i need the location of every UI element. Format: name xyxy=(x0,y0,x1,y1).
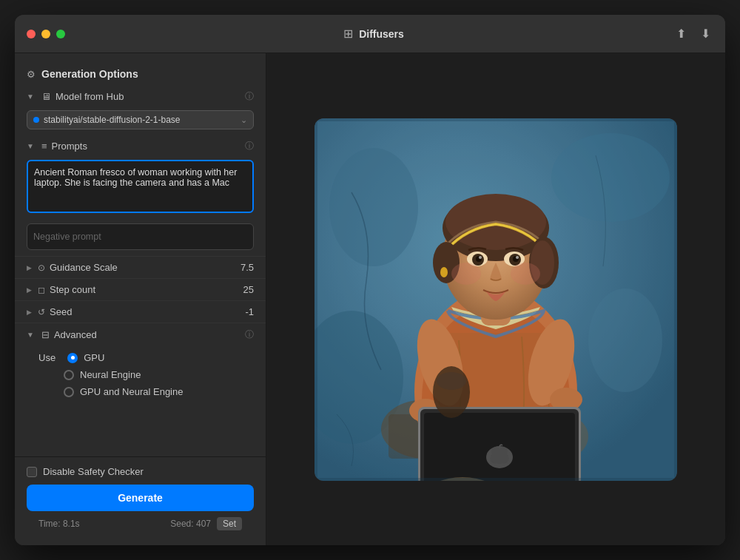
svg-point-31 xyxy=(451,263,481,285)
app-title: Diffusers xyxy=(359,28,404,40)
model-info-icon[interactable]: ⓘ xyxy=(245,90,254,103)
titlebar: ⊞ Diffusers ⬆ ⬇ xyxy=(15,15,725,53)
maximize-button[interactable] xyxy=(56,30,65,38)
seed-chevron-icon: ▶ xyxy=(27,308,32,316)
prompts-icon: ≡ xyxy=(41,141,47,152)
sidebar-footer: Disable Safety Checker Generate Time: 8.… xyxy=(15,456,266,545)
model-icon: 🖥 xyxy=(41,91,51,102)
fresco-svg xyxy=(314,118,677,481)
status-seed: Seed: 407 xyxy=(170,519,211,529)
close-button[interactable] xyxy=(27,30,36,38)
generated-image xyxy=(314,118,677,481)
sidebar: ⚙ Generation Options ▼ 🖥 Model from Hub … xyxy=(15,53,266,545)
generation-options-title: Generation Options xyxy=(41,68,254,80)
gpu-option-row[interactable]: Use GPU xyxy=(38,349,254,366)
neural-engine-radio[interactable] xyxy=(64,370,74,380)
seed-value: -1 xyxy=(245,306,254,317)
negative-prompt-input[interactable] xyxy=(27,223,254,250)
advanced-chevron-icon: ▼ xyxy=(27,331,34,339)
titlebar-center: ⊞ Diffusers xyxy=(74,27,673,41)
step-icon: ◻ xyxy=(38,285,45,295)
prompts-section-title: Prompts xyxy=(52,141,241,152)
model-selector[interactable]: stabilityai/stable-diffusion-2-1-base ⌄ xyxy=(27,110,254,129)
model-chevron-icon: ▼ xyxy=(27,92,34,101)
compute-options: Use GPU Neural Engine GPU and Neural Eng… xyxy=(15,346,266,406)
minimize-button[interactable] xyxy=(41,30,50,38)
main-content: ⚙ Generation Options ▼ 🖥 Model from Hub … xyxy=(15,53,725,545)
advanced-header[interactable]: ▼ ⊟ Advanced ⓘ xyxy=(15,323,266,346)
sidebar-scroll: ⚙ Generation Options ▼ 🖥 Model from Hub … xyxy=(15,53,266,456)
model-name: stabilityai/stable-diffusion-2-1-base xyxy=(44,115,240,125)
svg-point-30 xyxy=(516,256,519,259)
step-count-value: 25 xyxy=(243,284,254,295)
svg-point-29 xyxy=(479,256,482,259)
svg-point-32 xyxy=(511,263,540,285)
download-button[interactable]: ⬇ xyxy=(698,24,713,44)
prompts-info-icon[interactable]: ⓘ xyxy=(245,140,254,152)
advanced-icon: ⊟ xyxy=(41,329,50,340)
app-window: ⊞ Diffusers ⬆ ⬇ ⚙ Generation Options ▼ 🖥… xyxy=(15,15,725,545)
guidance-scale-row[interactable]: ▶ ⊙ Guidance Scale 7.5 xyxy=(15,256,266,278)
model-dot xyxy=(33,117,39,123)
safety-checkbox[interactable] xyxy=(27,467,37,477)
step-chevron-icon: ▶ xyxy=(27,286,32,294)
step-count-row[interactable]: ▶ ◻ Step count 25 xyxy=(15,278,266,300)
status-bar: Time: 8.1s Seed: 407 Set xyxy=(27,511,254,536)
model-section-header[interactable]: ▼ 🖥 Model from Hub ⓘ xyxy=(15,86,266,107)
share-button[interactable]: ⬆ xyxy=(673,24,689,44)
svg-point-33 xyxy=(440,267,448,277)
guidance-scale-label: Guidance Scale xyxy=(50,262,240,273)
step-count-label: Step count xyxy=(50,284,243,295)
guidance-icon: ⊙ xyxy=(38,263,45,273)
model-dropdown-icon: ⌄ xyxy=(240,115,247,125)
gpu-radio[interactable] xyxy=(67,353,78,363)
app-icon: ⊞ xyxy=(343,27,353,41)
advanced-info-icon[interactable]: ⓘ xyxy=(245,328,254,341)
seed-row[interactable]: ▶ ↺ Seed -1 xyxy=(15,300,266,323)
use-label: Use xyxy=(38,352,56,363)
titlebar-actions: ⬆ ⬇ xyxy=(673,24,713,44)
safety-label: Disable Safety Checker xyxy=(43,466,144,477)
model-section-title: Model from Hub xyxy=(56,91,240,102)
gpu-neural-label: GPU and Neural Engine xyxy=(80,386,183,397)
prompt-input[interactable]: Ancient Roman fresco of woman working wi… xyxy=(27,160,254,213)
generation-options-icon: ⚙ xyxy=(27,69,36,80)
generation-options-header: ⚙ Generation Options xyxy=(15,62,266,86)
gpu-label: GPU xyxy=(84,352,104,363)
neural-engine-label: Neural Engine xyxy=(80,369,141,380)
seed-icon: ↺ xyxy=(38,307,45,317)
neural-engine-row[interactable]: Neural Engine xyxy=(38,366,254,383)
advanced-title: Advanced xyxy=(54,329,240,340)
status-time: Time: 8.1s xyxy=(38,519,164,529)
seed-label: Seed xyxy=(50,306,245,317)
svg-point-45 xyxy=(437,372,466,390)
advanced-section: ▼ ⊟ Advanced ⓘ Use GPU Neural xyxy=(15,323,266,406)
set-seed-button[interactable]: Set xyxy=(217,517,242,530)
prompts-section-header[interactable]: ▼ ≡ Prompts ⓘ xyxy=(15,135,266,157)
safety-row: Disable Safety Checker xyxy=(27,466,254,477)
gpu-neural-radio[interactable] xyxy=(64,387,74,397)
guidance-scale-value: 7.5 xyxy=(240,262,254,273)
image-area xyxy=(266,53,725,545)
guidance-chevron-icon: ▶ xyxy=(27,264,32,271)
gpu-neural-row[interactable]: GPU and Neural Engine xyxy=(38,383,254,400)
traffic-lights xyxy=(27,30,65,38)
prompts-chevron-icon: ▼ xyxy=(27,142,34,150)
generate-button[interactable]: Generate xyxy=(27,485,254,511)
